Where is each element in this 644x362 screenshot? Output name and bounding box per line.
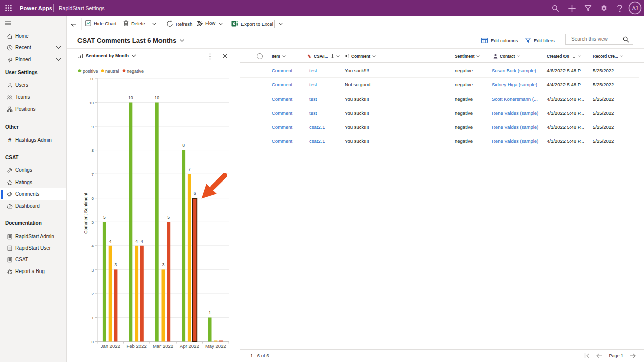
- svg-text:8: 8: [182, 143, 185, 148]
- svg-text:10: 10: [89, 101, 94, 105]
- svg-text:5: 5: [92, 220, 94, 225]
- svg-text:3: 3: [162, 262, 165, 267]
- svg-text:7: 7: [92, 172, 94, 177]
- svg-text:7: 7: [188, 167, 191, 172]
- svg-text:AJ: AJ: [632, 6, 638, 11]
- svg-text:4: 4: [135, 239, 138, 244]
- svg-text:negative: negative: [127, 69, 144, 74]
- svg-text:6: 6: [92, 196, 94, 201]
- svg-text:8: 8: [92, 148, 94, 153]
- svg-text:4: 4: [109, 239, 112, 244]
- svg-text:May 2022: May 2022: [205, 343, 226, 349]
- svg-text:6: 6: [194, 191, 196, 196]
- svg-text:Comment Sentiment: Comment Sentiment: [83, 192, 88, 234]
- svg-text:3: 3: [92, 268, 94, 273]
- svg-text:5: 5: [103, 215, 106, 220]
- svg-text:neutral: neutral: [105, 69, 119, 74]
- svg-text:4: 4: [141, 239, 143, 244]
- svg-text:9: 9: [92, 125, 94, 129]
- svg-text:Apr 2022: Apr 2022: [180, 343, 199, 349]
- svg-text:Jan 2022: Jan 2022: [101, 343, 120, 349]
- svg-text:Feb 2022: Feb 2022: [127, 343, 147, 349]
- svg-text:10: 10: [128, 95, 133, 100]
- svg-text:Mar 2022: Mar 2022: [153, 343, 173, 349]
- svg-text:11: 11: [90, 77, 94, 81]
- svg-text:positive: positive: [83, 69, 98, 74]
- svg-text:5: 5: [167, 215, 170, 220]
- svg-text:1: 1: [92, 316, 94, 320]
- svg-text:4: 4: [92, 244, 94, 248]
- svg-text:10: 10: [154, 95, 159, 100]
- svg-text:1: 1: [209, 310, 211, 315]
- svg-text:3: 3: [115, 262, 117, 267]
- svg-text:0: 0: [92, 340, 94, 344]
- svg-text:2: 2: [92, 292, 94, 296]
